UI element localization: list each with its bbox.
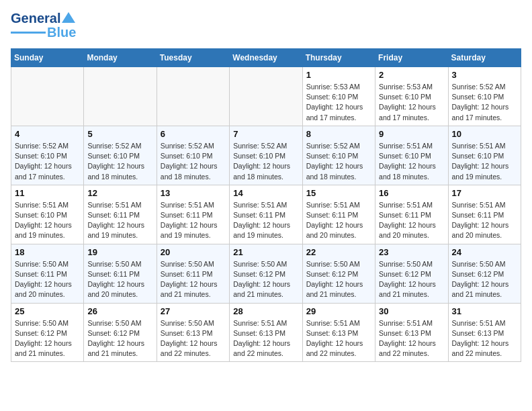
logo-general: General [11,11,60,26]
calendar-cell: 29 Sunrise: 5:51 AM Sunset: 6:13 PM Dayl… [302,303,375,362]
day-info: Sunrise: 5:50 AM Sunset: 6:12 PM Dayligh… [306,259,371,300]
day-number: 15 [306,188,371,198]
day-number: 11 [15,188,80,198]
day-info: Sunrise: 5:50 AM Sunset: 6:12 PM Dayligh… [379,259,444,300]
day-number: 10 [452,129,517,139]
weekday-header-friday: Friday [375,49,448,67]
day-number: 18 [15,247,80,257]
calendar-cell: 21 Sunrise: 5:50 AM Sunset: 6:12 PM Dayl… [230,244,302,303]
day-info: Sunrise: 5:50 AM Sunset: 6:12 PM Dayligh… [15,318,80,359]
calendar-cell: 9 Sunrise: 5:51 AM Sunset: 6:10 PM Dayli… [375,126,448,185]
day-info: Sunrise: 5:52 AM Sunset: 6:10 PM Dayligh… [87,141,152,182]
calendar-week-4: 18 Sunrise: 5:50 AM Sunset: 6:11 PM Dayl… [11,244,521,303]
calendar-cell: 17 Sunrise: 5:51 AM Sunset: 6:11 PM Dayl… [448,185,521,244]
calendar-cell: 24 Sunrise: 5:50 AM Sunset: 6:12 PM Dayl… [448,244,521,303]
day-info: Sunrise: 5:51 AM Sunset: 6:10 PM Dayligh… [452,141,517,182]
calendar-cell [11,67,84,126]
calendar-cell [157,67,229,126]
day-info: Sunrise: 5:50 AM Sunset: 6:13 PM Dayligh… [161,318,226,359]
calendar-cell: 19 Sunrise: 5:50 AM Sunset: 6:11 PM Dayl… [84,244,157,303]
weekday-header-sunday: Sunday [11,49,84,67]
day-number: 24 [452,247,517,257]
logo: General Blue [11,11,76,40]
calendar-body: 1 Sunrise: 5:53 AM Sunset: 6:10 PM Dayli… [11,67,521,362]
calendar-cell: 15 Sunrise: 5:51 AM Sunset: 6:11 PM Dayl… [302,185,375,244]
day-info: Sunrise: 5:51 AM Sunset: 6:11 PM Dayligh… [306,200,371,241]
day-info: Sunrise: 5:51 AM Sunset: 6:10 PM Dayligh… [379,141,444,182]
day-number: 9 [379,129,444,139]
day-number: 19 [87,247,152,257]
calendar-cell: 2 Sunrise: 5:53 AM Sunset: 6:10 PM Dayli… [375,67,448,126]
weekday-header-monday: Monday [84,49,157,67]
day-number: 14 [233,188,298,198]
calendar-cell: 13 Sunrise: 5:51 AM Sunset: 6:11 PM Dayl… [157,185,229,244]
day-number: 29 [306,306,371,316]
calendar-cell: 30 Sunrise: 5:51 AM Sunset: 6:13 PM Dayl… [375,303,448,362]
calendar-cell: 16 Sunrise: 5:51 AM Sunset: 6:11 PM Dayl… [375,185,448,244]
logo-underline [11,32,46,34]
calendar-cell: 6 Sunrise: 5:52 AM Sunset: 6:10 PM Dayli… [157,126,229,185]
day-number: 22 [306,247,371,257]
calendar-cell: 5 Sunrise: 5:52 AM Sunset: 6:10 PM Dayli… [84,126,157,185]
calendar-week-3: 11 Sunrise: 5:51 AM Sunset: 6:10 PM Dayl… [11,185,521,244]
calendar-cell: 27 Sunrise: 5:50 AM Sunset: 6:13 PM Dayl… [157,303,229,362]
day-info: Sunrise: 5:50 AM Sunset: 6:12 PM Dayligh… [87,318,152,359]
day-info: Sunrise: 5:52 AM Sunset: 6:10 PM Dayligh… [15,141,80,182]
day-number: 8 [306,129,371,139]
day-number: 3 [452,70,517,80]
logo-blue: Blue [47,25,76,40]
calendar-cell: 10 Sunrise: 5:51 AM Sunset: 6:10 PM Dayl… [448,126,521,185]
calendar-cell: 3 Sunrise: 5:52 AM Sunset: 6:10 PM Dayli… [448,67,521,126]
calendar-week-1: 1 Sunrise: 5:53 AM Sunset: 6:10 PM Dayli… [11,67,521,126]
weekday-header-wednesday: Wednesday [230,49,302,67]
calendar-week-5: 25 Sunrise: 5:50 AM Sunset: 6:12 PM Dayl… [11,303,521,362]
calendar-cell: 18 Sunrise: 5:50 AM Sunset: 6:11 PM Dayl… [11,244,84,303]
day-number: 21 [233,247,298,257]
day-info: Sunrise: 5:51 AM Sunset: 6:13 PM Dayligh… [233,318,298,359]
day-number: 20 [161,247,226,257]
day-info: Sunrise: 5:50 AM Sunset: 6:11 PM Dayligh… [87,259,152,300]
day-number: 28 [233,306,298,316]
day-number: 5 [87,129,152,139]
day-info: Sunrise: 5:52 AM Sunset: 6:10 PM Dayligh… [233,141,298,182]
calendar-cell [84,67,157,126]
day-info: Sunrise: 5:52 AM Sunset: 6:10 PM Dayligh… [306,141,371,182]
day-info: Sunrise: 5:51 AM Sunset: 6:11 PM Dayligh… [379,200,444,241]
day-number: 4 [15,129,80,139]
weekday-header-tuesday: Tuesday [157,49,229,67]
day-info: Sunrise: 5:51 AM Sunset: 6:13 PM Dayligh… [452,318,517,359]
day-number: 31 [452,306,517,316]
day-number: 1 [306,70,371,80]
day-info: Sunrise: 5:50 AM Sunset: 6:11 PM Dayligh… [161,259,226,300]
day-info: Sunrise: 5:53 AM Sunset: 6:10 PM Dayligh… [379,82,444,123]
day-info: Sunrise: 5:51 AM Sunset: 6:11 PM Dayligh… [87,200,152,241]
calendar-cell: 8 Sunrise: 5:52 AM Sunset: 6:10 PM Dayli… [302,126,375,185]
calendar-cell: 12 Sunrise: 5:51 AM Sunset: 6:11 PM Dayl… [84,185,157,244]
calendar-table: SundayMondayTuesdayWednesdayThursdayFrid… [11,48,521,362]
calendar-cell: 28 Sunrise: 5:51 AM Sunset: 6:13 PM Dayl… [230,303,302,362]
calendar-cell: 26 Sunrise: 5:50 AM Sunset: 6:12 PM Dayl… [84,303,157,362]
day-info: Sunrise: 5:51 AM Sunset: 6:10 PM Dayligh… [15,200,80,241]
day-number: 17 [452,188,517,198]
day-number: 23 [379,247,444,257]
svg-marker-0 [62,12,75,23]
logo-icon [62,11,75,24]
day-info: Sunrise: 5:52 AM Sunset: 6:10 PM Dayligh… [452,82,517,123]
day-info: Sunrise: 5:50 AM Sunset: 6:11 PM Dayligh… [15,259,80,300]
calendar-cell: 31 Sunrise: 5:51 AM Sunset: 6:13 PM Dayl… [448,303,521,362]
day-number: 7 [233,129,298,139]
day-number: 30 [379,306,444,316]
calendar-header-row: SundayMondayTuesdayWednesdayThursdayFrid… [11,49,521,67]
day-number: 13 [161,188,226,198]
day-number: 26 [87,306,152,316]
calendar-cell: 11 Sunrise: 5:51 AM Sunset: 6:10 PM Dayl… [11,185,84,244]
calendar-cell: 23 Sunrise: 5:50 AM Sunset: 6:12 PM Dayl… [375,244,448,303]
day-info: Sunrise: 5:53 AM Sunset: 6:10 PM Dayligh… [306,82,371,123]
calendar-cell: 4 Sunrise: 5:52 AM Sunset: 6:10 PM Dayli… [11,126,84,185]
page-header: General Blue [11,11,521,40]
calendar-cell [230,67,302,126]
day-number: 16 [379,188,444,198]
calendar-cell: 25 Sunrise: 5:50 AM Sunset: 6:12 PM Dayl… [11,303,84,362]
weekday-header-thursday: Thursday [302,49,375,67]
day-info: Sunrise: 5:50 AM Sunset: 6:12 PM Dayligh… [452,259,517,300]
